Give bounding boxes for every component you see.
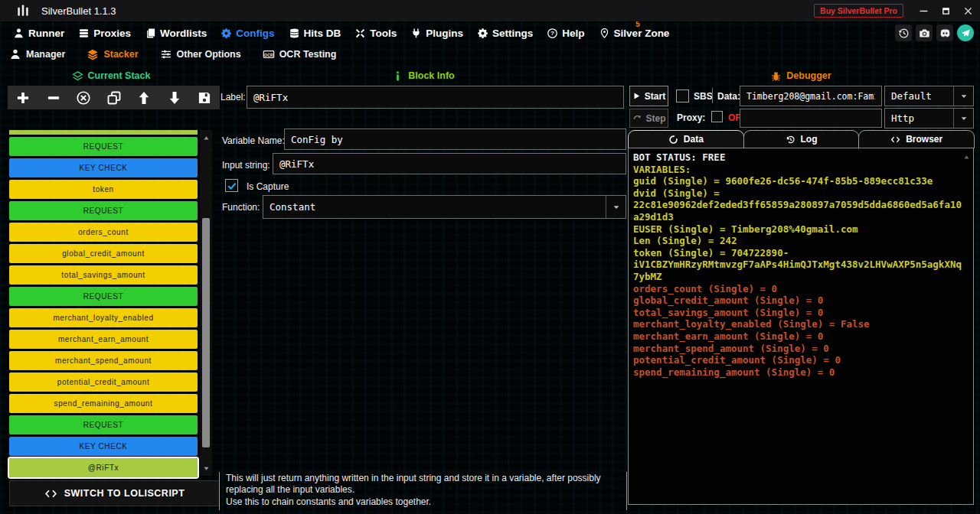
menu-item-label: Hits DB <box>304 28 341 39</box>
minimize-button[interactable] <box>916 3 931 18</box>
variable-name-label: Variable Name: <box>222 135 285 146</box>
duplicate-block-button[interactable] <box>106 90 122 106</box>
stacker-icon <box>87 48 99 60</box>
proxy-input[interactable] <box>740 109 882 128</box>
chevron-down-icon[interactable] <box>953 109 973 128</box>
telegram-button[interactable] <box>957 24 974 41</box>
help-icon: ? <box>547 28 558 39</box>
tab-ocr-testing[interactable]: OCROCR Testing <box>263 48 337 60</box>
layers-icon <box>72 70 83 82</box>
debugger-tab-data[interactable]: Data <box>628 130 744 148</box>
proxy-type-select[interactable]: Http <box>884 108 974 128</box>
screenshot-button[interactable] <box>916 24 933 41</box>
settings-icon <box>477 28 488 39</box>
add-block-button[interactable] <box>15 90 31 106</box>
stack-item[interactable]: @RiFTx <box>9 458 198 477</box>
menu-item-plugins[interactable]: Plugins <box>403 21 470 44</box>
stack-item[interactable]: merchant_earn_amount <box>9 330 198 349</box>
tab-label: Log <box>801 134 818 145</box>
start-button[interactable]: Start <box>629 86 668 106</box>
function-select[interactable]: Constant <box>263 195 626 219</box>
output-scroll-up-button[interactable] <box>963 154 970 161</box>
save-stack-button[interactable] <box>197 90 212 106</box>
menu-item-proxies[interactable]: Proxies <box>71 21 138 44</box>
input-string-field[interactable] <box>273 153 626 174</box>
stack-item[interactable]: REQUEST <box>9 137 198 156</box>
output-line: global_credit_amount (Single) = 0 <box>633 294 962 307</box>
menu-item-label: Settings <box>492 28 533 39</box>
tab-manager[interactable]: Manager <box>9 48 65 60</box>
clear-stack-button[interactable] <box>76 90 91 106</box>
menu-item-hits-db[interactable]: Hits DB <box>282 21 348 44</box>
tools-icon <box>354 28 366 39</box>
scroll-up-button[interactable] <box>200 132 212 144</box>
output-line: Len (Single) = 242 <box>633 235 962 247</box>
wordlist-type-select[interactable]: Default <box>884 86 974 106</box>
close-button[interactable] <box>960 3 975 18</box>
label-field[interactable] <box>247 86 624 109</box>
chevron-down-icon[interactable] <box>953 86 973 106</box>
stack-item[interactable]: spend_remaining_amount <box>9 394 198 413</box>
stack-item[interactable]: REQUEST <box>9 201 198 220</box>
switch-to-loliscript-button[interactable]: SWITCH TO LOLISCRIPT <box>9 480 220 506</box>
move-up-button[interactable] <box>136 90 152 106</box>
chevron-down-icon[interactable] <box>606 196 626 218</box>
stack-item[interactable] <box>9 130 198 135</box>
block-info-header: Block Info <box>220 70 626 82</box>
stack-item[interactable]: KEY CHECK <box>9 437 198 456</box>
output-line: token (Single) = 704722890-iV1CBZYmHRzyR… <box>633 247 962 283</box>
menu-item-wordlists[interactable]: Wordlists <box>138 21 214 44</box>
redo-icon <box>632 113 642 123</box>
stack-item[interactable]: orders_count <box>9 223 198 242</box>
menu-item-label: Configs <box>236 28 274 39</box>
scroll-down-button[interactable] <box>200 462 212 474</box>
info-icon <box>392 70 403 82</box>
step-button[interactable]: Step <box>629 109 668 128</box>
output-line: BOT STATUS: FREE <box>633 151 962 164</box>
buy-pro-button[interactable]: Buy SilverBullet Pro <box>814 4 903 18</box>
scroll-thumb[interactable] <box>202 218 210 447</box>
menu-item-settings[interactable]: Settings <box>470 21 540 44</box>
stack-item[interactable]: token <box>9 180 198 199</box>
data-input[interactable] <box>740 86 882 106</box>
tab-other-options[interactable]: Other Options <box>160 48 241 60</box>
input-string-label: Input string: <box>222 160 270 171</box>
menu-item-label: Tools <box>370 28 397 39</box>
menu-item-configs[interactable]: Configs <box>214 21 281 44</box>
tab-label: Manager <box>26 49 65 60</box>
stack-item[interactable]: KEY CHECK <box>9 158 198 177</box>
is-capture-checkbox[interactable] <box>225 179 238 192</box>
stack-item[interactable]: REQUEST <box>9 287 198 306</box>
variable-name-field[interactable] <box>284 128 626 150</box>
menu-item-help[interactable]: ?Help <box>540 21 591 44</box>
block-info-title: Block Info <box>408 70 454 81</box>
debugger-tab-log[interactable]: Log <box>743 130 860 148</box>
stack-item[interactable]: total_savings_amount <box>9 265 198 285</box>
remove-block-button[interactable] <box>46 90 61 106</box>
tab-stacker[interactable]: Stacker <box>87 48 138 60</box>
history-button[interactable] <box>895 24 912 41</box>
menu-item-silver-zone[interactable]: Silver Zone5 <box>592 21 677 44</box>
move-down-button[interactable] <box>167 90 182 106</box>
debugger-tabs: DataLogBrowser <box>628 130 974 148</box>
tab-label: Stacker <box>103 49 138 60</box>
debugger-tab-browser[interactable]: Browser <box>858 130 975 148</box>
pin-icon <box>599 28 610 39</box>
function-value: Constant <box>270 201 315 213</box>
code-icon <box>44 487 57 500</box>
stack-item[interactable]: REQUEST <box>9 415 198 434</box>
stack-item[interactable]: potential_credit_amount <box>9 372 198 392</box>
menu-item-label: Help <box>562 28 584 39</box>
stack-toolbar <box>8 86 220 109</box>
menu-item-tools[interactable]: Tools <box>348 21 403 44</box>
discord-button[interactable] <box>936 24 953 41</box>
maximize-button[interactable] <box>938 3 953 18</box>
debugger-output[interactable]: BOT STATUS: FREEVARIABLES:guid (Single) … <box>628 148 974 505</box>
proxy-checkbox[interactable] <box>711 111 723 122</box>
stack-item[interactable]: merchant_spend_amount <box>9 351 198 370</box>
stack-item[interactable]: merchant_loyalty_enabled <box>9 308 198 327</box>
sbs-checkbox[interactable] <box>676 89 689 102</box>
stack-scrollbar[interactable] <box>200 130 212 476</box>
menu-item-runner[interactable]: Runner <box>6 21 71 44</box>
stack-item[interactable]: global_credit_amount <box>9 244 198 263</box>
